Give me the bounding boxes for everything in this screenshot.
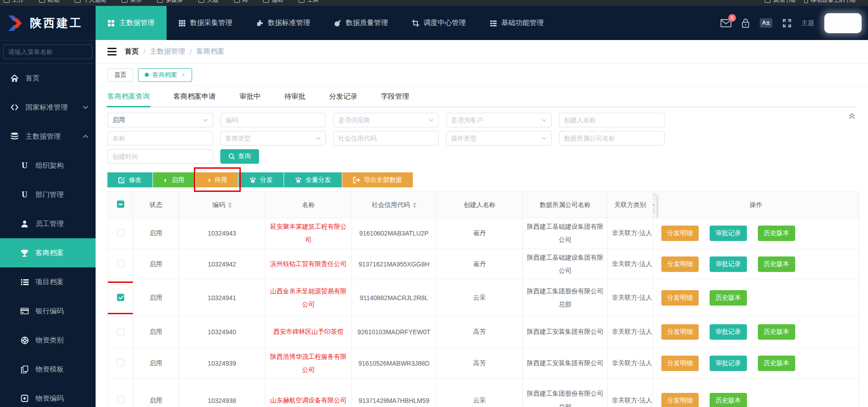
operation-type-select[interactable]: [446, 131, 552, 146]
row-checkbox[interactable]: [117, 260, 124, 267]
sidebar-item-home[interactable]: 首页: [0, 64, 96, 93]
sidebar-item-national-standards[interactable]: 国家标准管理: [0, 93, 96, 122]
collapse-filter-icon[interactable]: [848, 113, 855, 119]
status-select[interactable]: [107, 113, 213, 127]
history-version-button[interactable]: 历史版本: [758, 356, 795, 371]
nav-master-data[interactable]: 主数据管理: [96, 6, 167, 40]
approval-record-button[interactable]: 审批记录: [710, 356, 747, 371]
company-input[interactable]: [559, 131, 665, 146]
menu-search-input[interactable]: [3, 45, 92, 59]
tab-in-approval[interactable]: 审批中: [239, 86, 261, 106]
sidebar-item-master-data[interactable]: 主数据管理: [0, 122, 96, 151]
sidebar-item-bank-code[interactable]: 银行编码: [0, 296, 96, 326]
create-time-input[interactable]: [107, 149, 213, 164]
breadcrumb-home[interactable]: 首页: [125, 47, 139, 56]
sidebar-item-org-structure[interactable]: U 组织架构: [0, 151, 96, 180]
tab-pending-approval[interactable]: 待审批: [284, 86, 306, 106]
merchant-name-link[interactable]: 延安聚丰莱建筑工程有限公司: [270, 223, 347, 243]
modify-button[interactable]: 修改: [107, 172, 153, 187]
distribution-detail-button[interactable]: 分发明细: [661, 356, 699, 371]
merchant-type-select[interactable]: [220, 131, 326, 146]
sidebar-item-department[interactable]: U 部门管理: [0, 180, 96, 209]
mail-icon[interactable]: 6: [721, 19, 731, 28]
row-checkbox[interactable]: [117, 359, 124, 366]
column-split-handle[interactable]: ›‹: [653, 195, 657, 218]
code-input[interactable]: [220, 113, 326, 127]
other-bookmarks[interactable]: 其他书签: [765, 0, 796, 4]
hamburger-icon[interactable]: [107, 48, 117, 55]
bookmark-folder[interactable]: 展示: [122, 0, 142, 4]
merchant-name-link[interactable]: 山西金帛禾呈能源贸易有限公司: [270, 287, 347, 308]
row-checkbox[interactable]: [117, 328, 124, 335]
history-version-button[interactable]: 历史版本: [758, 324, 795, 340]
bookmark-folder[interactable]: AI: [234, 0, 248, 4]
sidebar-item-project-archive[interactable]: 项目档案: [0, 267, 96, 296]
col-credit-code[interactable]: 社会信用代码: [352, 192, 437, 218]
nav-data-standard[interactable]: 数据标准管理: [244, 6, 322, 40]
sort-icon[interactable]: [228, 200, 232, 210]
lock-icon[interactable]: [741, 18, 750, 28]
creator-input[interactable]: [559, 113, 665, 127]
history-version-button[interactable]: 历史版本: [710, 290, 747, 306]
nav-data-collection[interactable]: 数据采集管理: [167, 6, 244, 40]
col-code[interactable]: 编码: [179, 192, 265, 218]
tab-merchant-query[interactable]: 客商档案查询: [107, 86, 150, 106]
sidebar-item-material-template[interactable]: 物资模板: [0, 355, 96, 384]
tag-merchant-archive[interactable]: 客商档案 ×: [138, 68, 192, 82]
name-input[interactable]: [107, 131, 213, 146]
sidebar-item-merchant-archive[interactable]: 客商档案: [0, 238, 96, 267]
disable-button[interactable]: ◑ 停用: [196, 172, 239, 187]
tag-home[interactable]: 首页: [107, 68, 133, 82]
language-icon[interactable]: A文: [760, 18, 772, 28]
close-icon[interactable]: ×: [182, 71, 185, 78]
nav-dispatch-center[interactable]: 调度中心管理: [400, 6, 478, 40]
enable-button[interactable]: ◐ 启用: [153, 172, 196, 187]
bookmark-folder[interactable]: 辅助: [263, 0, 283, 4]
bookmark-folder[interactable]: 工作: [4, 0, 24, 4]
fullscreen-icon[interactable]: [782, 19, 792, 28]
merchant-name-link[interactable]: 西安市碑林区山予印茶馆: [274, 328, 344, 335]
distribution-detail-button[interactable]: 分发明细: [661, 226, 699, 241]
bookmark-folder[interactable]: 个人通闻: [75, 0, 106, 4]
is-supplier-select[interactable]: [333, 113, 439, 127]
row-checkbox[interactable]: [117, 396, 124, 403]
export-all-button[interactable]: 导出全部数据: [342, 172, 413, 187]
select-all-checkbox[interactable]: [117, 201, 124, 208]
row-checkbox[interactable]: [117, 294, 124, 301]
sidebar-item-employee[interactable]: 员工管理: [0, 209, 96, 238]
distribution-detail-button[interactable]: 分发明细: [661, 324, 699, 340]
is-customer-select[interactable]: [446, 113, 552, 127]
sidebar-item-material-code[interactable]: 物资编码: [0, 384, 96, 407]
tab-distribution-record[interactable]: 分发记录: [329, 86, 357, 106]
query-button[interactable]: 查询: [220, 149, 259, 164]
full-distribute-button[interactable]: 全量分发: [284, 172, 342, 187]
history-version-button[interactable]: 历史版本: [758, 256, 795, 272]
bookmark-folder[interactable]: 多媒体: [157, 0, 183, 4]
distribution-detail-button[interactable]: 分发明细: [661, 290, 699, 306]
distribution-detail-button[interactable]: 分发明细: [661, 256, 699, 272]
bookmark-folder[interactable]: 工具: [299, 0, 319, 4]
approval-record-button[interactable]: 审批记录: [710, 324, 747, 340]
theme-label[interactable]: 主题: [802, 19, 814, 27]
avatar[interactable]: [824, 13, 862, 33]
sort-icon[interactable]: [413, 200, 416, 210]
history-version-button[interactable]: 历史版本: [758, 226, 795, 241]
merchant-name-link[interactable]: 滨州钰钴工贸有限责任公司: [270, 260, 347, 267]
distribution-detail-button[interactable]: 分发明细: [661, 393, 699, 407]
sidebar-item-material-category[interactable]: 物资类别: [0, 326, 96, 355]
history-version-button[interactable]: 历史版本: [710, 393, 747, 407]
approval-record-button[interactable]: 审批记录: [710, 226, 747, 241]
tab-field-management[interactable]: 字段管理: [381, 86, 409, 106]
credit-code-input[interactable]: [333, 131, 439, 146]
nav-data-quality[interactable]: 数据质量管理: [322, 6, 400, 40]
row-checkbox[interactable]: [117, 229, 124, 236]
merchant-name-link[interactable]: 陕西浩博华茂工程服务有限公司: [270, 353, 347, 373]
merchant-name-link[interactable]: 山东赫航空调设备有限公司: [270, 397, 347, 404]
breadcrumb-section[interactable]: 主数据管理: [150, 47, 185, 56]
distribute-button[interactable]: 分发: [239, 172, 284, 187]
tab-merchant-apply[interactable]: 客商档案申请: [173, 86, 216, 106]
brand-logo[interactable]: 陕西建工: [0, 6, 96, 40]
mobile-bookmarks[interactable]: 移动设备上的书签: [804, 0, 856, 4]
bookmark-folder[interactable]: 大题: [198, 0, 218, 4]
bookmark-folder[interactable]: 机动: [39, 0, 59, 4]
